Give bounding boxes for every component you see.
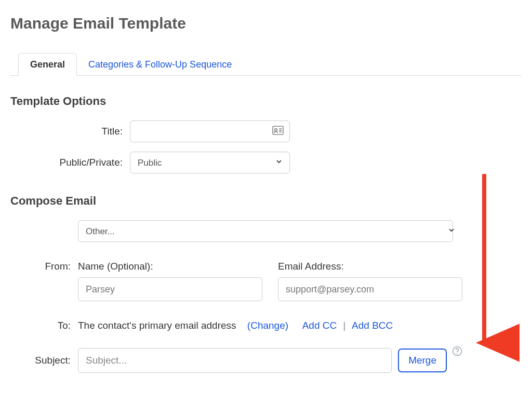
subject-label: Subject: — [10, 355, 78, 366]
from-label: From: — [10, 258, 78, 272]
add-cc-link[interactable]: Add CC — [302, 320, 337, 331]
separator: | — [341, 320, 348, 331]
tab-general[interactable]: General — [18, 53, 77, 76]
visibility-select[interactable]: Public — [130, 152, 290, 173]
visibility-label: Public/Private: — [10, 157, 130, 168]
compose-email-heading: Compose Email — [10, 194, 522, 208]
section-template-options: Template Options Title: — [10, 95, 522, 173]
id-card-icon — [272, 126, 284, 137]
title-label: Title: — [10, 126, 130, 137]
help-icon[interactable] — [452, 346, 462, 358]
compose-other-select[interactable]: Other... — [78, 220, 453, 242]
to-primary-text: The contact's primary email address — [78, 320, 236, 331]
page-title: Manage Email Template — [10, 15, 522, 32]
title-input[interactable] — [130, 120, 290, 142]
from-name-input[interactable] — [78, 277, 262, 301]
from-email-label: Email Address: — [278, 261, 462, 272]
tab-bar: General Categories & Follow-Up Sequence — [10, 53, 522, 76]
section-compose-email: Compose Email Other... From: Name (Optio… — [10, 194, 522, 373]
subject-input[interactable] — [78, 348, 392, 373]
template-options-heading: Template Options — [10, 95, 522, 108]
add-bcc-link[interactable]: Add BCC — [352, 320, 393, 331]
svg-point-1 — [275, 129, 277, 131]
from-email-input[interactable] — [278, 277, 462, 301]
to-change-link[interactable]: (Change) — [247, 320, 288, 331]
svg-point-6 — [457, 353, 458, 354]
merge-button[interactable]: Merge — [398, 349, 447, 372]
to-label: To: — [10, 317, 78, 331]
tab-categories-followup[interactable]: Categories & Follow-Up Sequence — [77, 53, 243, 75]
from-name-label: Name (Optional): — [78, 261, 262, 272]
